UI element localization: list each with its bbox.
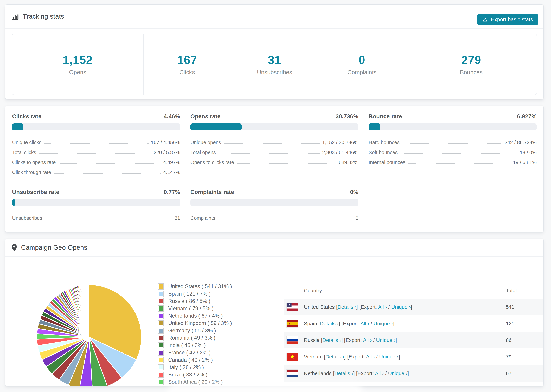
dotted-leader bbox=[403, 143, 502, 144]
legend-swatch bbox=[158, 328, 164, 334]
legend-swatch bbox=[158, 372, 164, 378]
rate-row-label: Complaints bbox=[191, 215, 215, 221]
geo-row-country-cell: United States [Details ›] [Export: All ›… bbox=[304, 304, 506, 310]
page-title: Tracking stats bbox=[23, 13, 64, 20]
legend-swatch bbox=[158, 342, 164, 348]
details-link[interactable]: Details › bbox=[322, 337, 341, 343]
stat-box-unsubscribes: 31Unsubscribes bbox=[231, 34, 318, 95]
details-link[interactable]: Details › bbox=[320, 321, 339, 326]
legend-item-germany: Germany ( 55 / 3% ) bbox=[158, 327, 232, 334]
dotted-leader bbox=[45, 219, 172, 219]
legend-label: India ( 46 / 3% ) bbox=[168, 342, 206, 348]
tracking-stats-header: Tracking stats Export basic stats bbox=[5, 5, 544, 28]
geo-body: United States ( 541 / 31% )Spain ( 121 /… bbox=[5, 257, 544, 386]
bracket-close: ] bbox=[396, 337, 397, 343]
legend-swatch-color bbox=[159, 358, 163, 362]
progress-bar-track bbox=[12, 199, 180, 206]
details-link[interactable]: Details › bbox=[325, 354, 344, 359]
rate-value-label: 30.736% bbox=[336, 113, 358, 120]
map-pin-icon bbox=[11, 244, 17, 252]
geo-row-total: 121 bbox=[506, 321, 544, 327]
legend-swatch-color bbox=[159, 336, 163, 340]
country-name: United States [ bbox=[304, 304, 338, 310]
dotted-leader bbox=[59, 163, 158, 164]
legend-label: Italy ( 36 / 2% ) bbox=[168, 364, 204, 371]
stat-value-opens: 1,152 bbox=[63, 53, 93, 67]
legend-swatch bbox=[158, 320, 164, 326]
export-all-link[interactable]: All › bbox=[366, 354, 375, 359]
rate-row-label: Clicks to opens rate bbox=[12, 160, 56, 165]
legend-label: France ( 42 / 2% ) bbox=[168, 350, 211, 356]
rates-grid: Clicks rate4.46%Unique clicks167 / 4.456… bbox=[5, 106, 544, 221]
rate-row-value: 1,152 / 30.736% bbox=[322, 140, 358, 145]
bracket-close: ] bbox=[393, 321, 394, 326]
pie-chart-svg[interactable] bbox=[34, 281, 145, 386]
export-unique-link[interactable]: Unique › bbox=[374, 321, 393, 326]
rate-panel-bounce-rate: Bounce rate6.927%Hard bounces242 / 86.73… bbox=[369, 113, 537, 175]
legend-label: Russia ( 86 / 5% ) bbox=[168, 298, 210, 304]
export-all-link[interactable]: All › bbox=[360, 321, 369, 326]
export-unique-link[interactable]: Unique › bbox=[376, 337, 396, 343]
dotted-leader bbox=[409, 163, 511, 164]
rate-row-label: Unsubscribes bbox=[12, 215, 42, 221]
geo-pie-chart[interactable] bbox=[34, 281, 145, 386]
rate-row-internal-bounces: Internal bounces19 / 6.81% bbox=[369, 155, 537, 165]
geo-table-row-russia: Russia [Details ›] [Export: All › / Uniq… bbox=[284, 332, 544, 348]
rate-row-label: Unique opens bbox=[191, 140, 221, 145]
export-basic-stats-button[interactable]: Export basic stats bbox=[477, 14, 538, 25]
rate-row-label: Internal bounces bbox=[369, 160, 405, 165]
bracket-close: ] bbox=[407, 371, 409, 376]
legend-swatch bbox=[158, 313, 164, 319]
export-unique-link[interactable]: Unique › bbox=[379, 354, 399, 359]
dotted-leader bbox=[54, 173, 161, 174]
progress-bar-track bbox=[12, 124, 180, 130]
legend-swatch bbox=[158, 357, 164, 363]
export-all-link[interactable]: All › bbox=[375, 371, 384, 376]
geo-title: Campaign Geo Opens bbox=[21, 244, 87, 251]
legend-item-united-states: United States ( 541 / 31% ) bbox=[158, 283, 232, 290]
export-unique-link[interactable]: Unique › bbox=[388, 371, 407, 376]
rate-row-unique-clicks: Unique clicks167 / 4.456% bbox=[12, 135, 180, 145]
rate-row-value: 2,303 / 61.446% bbox=[322, 150, 358, 155]
rate-row-label: Total clicks bbox=[12, 150, 36, 155]
stat-value-bounces: 279 bbox=[461, 53, 481, 67]
geo-row-country-cell: Russia [Details ›] [Export: All › / Uniq… bbox=[304, 337, 506, 343]
legend-item-south-africa: South Africa ( 29 / 2% ) bbox=[158, 378, 232, 386]
dotted-leader bbox=[44, 143, 148, 144]
legend-swatch-color bbox=[159, 321, 163, 325]
export-unique-link[interactable]: Unique › bbox=[391, 304, 410, 310]
export-all-link[interactable]: All › bbox=[378, 304, 387, 310]
rate-head-unsubscribe-rate: Unsubscribe rate0.77% bbox=[12, 189, 180, 195]
legend-swatch-color bbox=[159, 373, 163, 377]
legend-swatch-color bbox=[159, 351, 163, 355]
legend-item-united-kingdom: United Kingdom ( 59 / 3% ) bbox=[158, 320, 232, 327]
rate-title-label: Clicks rate bbox=[12, 113, 42, 120]
rate-row-soft-bounces: Soft bounces18 / 0% bbox=[369, 145, 537, 155]
stat-value-unsubscribes: 31 bbox=[268, 53, 281, 67]
bar-chart-icon bbox=[11, 13, 19, 20]
geo-row-total: 67 bbox=[506, 371, 544, 376]
geo-row-country-cell: Spain [Details ›] [Export: All › / Uniqu… bbox=[304, 321, 506, 327]
dotted-leader bbox=[219, 153, 320, 154]
rate-panel-opens-rate: Opens rate30.736%Unique opens1,152 / 30.… bbox=[191, 113, 359, 175]
country-name: Vietnam [ bbox=[304, 354, 325, 359]
rate-row-clicks-to-opens-rate: Clicks to opens rate14.497% bbox=[12, 155, 180, 165]
details-link[interactable]: Details › bbox=[334, 371, 353, 376]
stat-value-clicks: 167 bbox=[177, 53, 197, 67]
export-all-link[interactable]: All › bbox=[363, 337, 372, 343]
rate-panel-complaints-rate: Complaints rate0%Complaints0 bbox=[191, 189, 359, 221]
legend-swatch bbox=[158, 350, 164, 356]
legend-swatch-color bbox=[159, 329, 163, 333]
rate-row-label: Click through rate bbox=[12, 169, 51, 175]
rate-panel-unsubscribe-rate: Unsubscribe rate0.77%Unsubscribes31 bbox=[12, 189, 180, 221]
geo-pie-legend: United States ( 541 / 31% )Spain ( 121 /… bbox=[158, 283, 232, 386]
flag-icon-ru bbox=[287, 336, 298, 344]
details-link[interactable]: Details › bbox=[338, 304, 356, 310]
dotted-leader bbox=[224, 143, 320, 144]
rate-rows: Unique opens1,152 / 30.736%Total opens2,… bbox=[191, 135, 359, 165]
slash-text: / bbox=[387, 304, 391, 310]
slash-text: / bbox=[375, 354, 379, 359]
rate-row-value: 0 bbox=[356, 215, 358, 221]
rate-title-label: Unsubscribe rate bbox=[12, 189, 59, 195]
country-name: Spain [ bbox=[304, 321, 320, 326]
